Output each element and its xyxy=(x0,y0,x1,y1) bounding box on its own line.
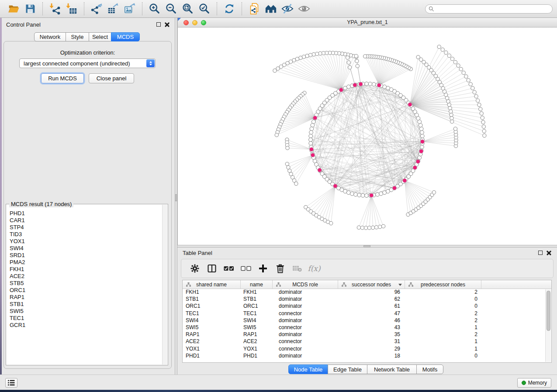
task-history-button[interactable] xyxy=(5,378,17,388)
zoom-out-icon[interactable] xyxy=(163,1,180,16)
cell: YOX1 xyxy=(183,346,241,353)
mcds-result-item[interactable]: SWI5 xyxy=(10,308,162,315)
zoom-selected-icon[interactable] xyxy=(196,1,213,16)
splitter-grip[interactable] xyxy=(363,245,370,247)
column-header-label: name xyxy=(250,282,263,288)
show-graphics-details-icon[interactable] xyxy=(296,1,312,16)
cell: 1 xyxy=(405,324,481,331)
network-view-window: YPA_prune.txt_1 xyxy=(177,18,557,245)
table-row[interactable]: TEC1TEC1connector472 xyxy=(183,310,551,317)
zoom-fit-icon[interactable] xyxy=(180,1,196,16)
cell: 43 xyxy=(338,324,405,331)
run-mcds-button[interactable]: Run MCDS xyxy=(41,73,84,83)
table-row[interactable]: ACE2ACE2connector311 xyxy=(183,338,551,345)
cell: SWI5 xyxy=(183,324,241,331)
table-row[interactable]: SWI5SWI5connector431 xyxy=(183,324,551,331)
export-image-icon[interactable] xyxy=(121,1,138,16)
mcds-result-item[interactable]: PMA2 xyxy=(10,259,162,266)
hide-graphics-details-icon[interactable] xyxy=(279,1,296,16)
share-document-icon[interactable] xyxy=(246,1,263,16)
criterion-dropdown[interactable]: largest connected component (undirected) xyxy=(19,58,156,68)
column-header-mcds-role[interactable]: MCDS role xyxy=(273,280,338,289)
mcds-result-item[interactable]: RAP1 xyxy=(10,294,162,301)
tab-network[interactable]: Network xyxy=(34,32,66,41)
node-table-header: shared namenameMCDS rolesuccessor nodesp… xyxy=(183,280,551,289)
column-header-successor-nodes[interactable]: successor nodes xyxy=(338,280,405,289)
table-row[interactable]: RAP1RAP1dominator352 xyxy=(183,331,551,338)
cell: 31 xyxy=(338,338,405,345)
table-row[interactable]: ORC1ORC1dominator610 xyxy=(183,303,551,310)
table-row[interactable]: YOX1YOX1connector291 xyxy=(183,346,551,353)
cell: 0 xyxy=(405,303,481,310)
import-network-icon[interactable] xyxy=(47,1,63,16)
table-row[interactable]: FKH1FKH1dominator962 xyxy=(183,289,551,296)
memory-button[interactable]: Memory xyxy=(517,378,551,388)
column-header-name[interactable]: name xyxy=(241,280,273,289)
delete-column-icon[interactable] xyxy=(273,262,287,275)
table-row[interactable]: STB1STB1dominator620 xyxy=(183,296,551,303)
mcds-result-item[interactable]: CAR1 xyxy=(10,217,162,224)
add-column-icon[interactable] xyxy=(256,262,270,275)
network-canvas[interactable] xyxy=(178,28,557,245)
deselect-all-checkboxes-icon[interactable] xyxy=(239,262,253,275)
control-panel-title: Control Panel xyxy=(6,21,41,28)
mcds-result-item[interactable]: STB1 xyxy=(10,301,162,308)
save-session-icon[interactable] xyxy=(22,1,38,16)
cell: connector xyxy=(273,310,338,317)
control-panel: Control Panel NetworkStyleSelectMCDS Opt… xyxy=(2,18,175,375)
tab-style[interactable]: Style xyxy=(66,32,89,41)
tab-select[interactable]: Select xyxy=(89,32,111,41)
float-panel-icon[interactable] xyxy=(156,22,161,27)
refresh-icon[interactable] xyxy=(221,1,238,16)
close-panel-button[interactable]: Close panel xyxy=(89,73,134,83)
mcds-result-item[interactable]: PHD1 xyxy=(10,210,162,217)
mcds-result-item[interactable]: FKH1 xyxy=(10,266,162,273)
tab-mcds[interactable]: MCDS xyxy=(111,32,140,41)
import-table-icon[interactable] xyxy=(63,1,80,16)
mcds-result-item[interactable]: TEC1 xyxy=(10,315,162,322)
mcds-result-item[interactable]: TID3 xyxy=(10,231,162,238)
close-panel-icon[interactable] xyxy=(547,250,551,255)
network-overview-icon[interactable] xyxy=(263,1,279,16)
show-columns-icon[interactable] xyxy=(204,262,219,275)
cell: YOX1 xyxy=(241,346,273,353)
fx-label: f(x) xyxy=(308,264,320,273)
table-row[interactable]: SWI4SWI4dominator462 xyxy=(183,317,551,324)
mcds-result-item[interactable]: STP4 xyxy=(10,224,162,231)
scrollbar-thumb[interactable] xyxy=(547,291,550,331)
table-scrollbar[interactable] xyxy=(545,289,551,362)
table-row[interactable]: PHD1PHD1dominator180 xyxy=(183,353,551,360)
mcds-result-item[interactable]: ACE2 xyxy=(10,273,162,280)
cell: PHD1 xyxy=(241,353,273,360)
export-network-icon[interactable] xyxy=(88,1,105,16)
column-settings-gear-icon[interactable] xyxy=(187,262,202,275)
network-window-titlebar[interactable]: YPA_prune.txt_1 xyxy=(178,18,557,28)
float-panel-icon[interactable] xyxy=(538,251,543,255)
toolbar-separator xyxy=(242,2,242,15)
column-header-shared-name[interactable]: shared name xyxy=(183,280,241,289)
mcds-result-scrollbar[interactable] xyxy=(162,205,167,364)
column-header-predecessor-nodes[interactable]: predecessor nodes xyxy=(405,280,481,289)
export-table-icon[interactable] xyxy=(105,1,121,16)
cell: 1 xyxy=(405,338,481,345)
splitter-grip[interactable] xyxy=(175,194,177,201)
select-all-checkboxes-icon[interactable] xyxy=(221,262,236,275)
tab-node-table[interactable]: Node Table xyxy=(288,364,328,374)
open-session-icon[interactable] xyxy=(5,1,22,16)
search-input[interactable] xyxy=(425,4,553,14)
tab-motifs[interactable]: Motifs xyxy=(416,364,443,374)
cell: connector xyxy=(273,346,338,353)
mcds-result-item[interactable]: SWI4 xyxy=(10,245,162,252)
network-graph[interactable] xyxy=(178,28,557,245)
mcds-result-item[interactable]: ORC1 xyxy=(10,287,162,294)
mcds-result-item[interactable]: YOX1 xyxy=(10,238,162,245)
mcds-result-item[interactable]: GCR1 xyxy=(10,322,162,329)
cell: 0 xyxy=(405,296,481,303)
zoom-in-icon[interactable] xyxy=(146,1,163,16)
tab-edge-table[interactable]: Edge Table xyxy=(328,364,367,374)
close-panel-icon[interactable] xyxy=(165,22,170,27)
mcds-result-item[interactable]: SRD1 xyxy=(10,252,162,259)
tab-network-table[interactable]: Network Table xyxy=(367,364,417,374)
mcds-result-item[interactable]: STB5 xyxy=(10,280,162,287)
network-window-title: YPA_prune.txt_1 xyxy=(178,19,557,25)
